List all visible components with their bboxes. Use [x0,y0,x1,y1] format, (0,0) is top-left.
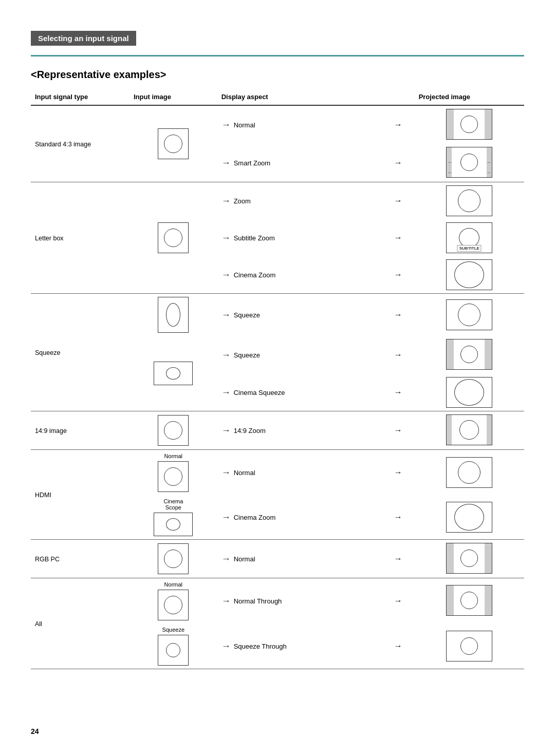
display-aspect-rgbpc: → Normal [217,540,382,578]
proj-circle-sq2 [460,346,478,363]
signal-type-all: All [31,578,130,669]
bar-right [485,109,492,139]
bar-right-rgbpc [485,543,492,573]
arrow-smartzoom-std: → [382,144,415,182]
proj-circle [460,116,478,133]
display-aspect-hdmi-cinema: → Cinema Zoom [217,495,382,540]
header-title: Selecting an input signal [38,34,129,43]
input-box-149 [158,415,189,446]
proj-box-smartzoom: ← → ← → [446,147,492,178]
circle-hdmi-normal [164,467,182,486]
proj-circle-all-normal [460,592,478,609]
display-aspect-normal-std: → Normal [217,105,382,144]
col-header-arrow-empty [382,91,415,105]
proj-circle-cinema-lb [454,261,484,288]
col-header-display: Display aspect [217,91,382,105]
arrow-all-squeeze: → [382,623,415,669]
proj-circle-149 [459,420,479,440]
display-aspect-all-normal: → Normal Through [217,578,382,624]
proj-box-all-normal [446,585,492,616]
input-box-hdmi-normal [158,461,189,492]
proj-box-hdmi-cinema [446,502,492,533]
input-image-letterbox [130,182,217,294]
proj-circle-cinema-sq [454,379,484,406]
table-row: 14:9 image → 14:9 Zoom → [31,411,524,450]
arrow-zoom-lb: → [382,182,415,220]
page: Selecting an input signal <Representativ… [0,0,555,702]
arrow-all-normal: → [382,578,415,624]
col-header-signal: Input signal type [31,91,130,105]
proj-box-rgbpc [446,543,492,574]
input-image-all-normal: Normal [130,578,217,624]
proj-circle-sz [460,154,478,171]
proj-circle-hdmi-normal [458,461,480,484]
input-box-hdmi-cinema [154,513,193,536]
arrow-squeeze2: → [382,336,415,374]
bar-right-sq2 [485,339,492,369]
input-box-all-normal [158,590,189,620]
arrow-subtitle-lb: → [382,219,415,256]
arrow-149: → [382,411,415,450]
signal-type-hdmi: HDMI [31,450,130,540]
projected-normal-std [415,105,524,144]
proj-circle-squeeze1 [458,304,480,326]
proj-circle-hdmi-cinema [454,504,484,531]
input-image-squeeze1 [130,294,217,336]
table-row: All Normal → Normal Through → [31,578,524,624]
display-aspect-zoom-lb: → Zoom [217,182,382,220]
projected-hdmi-normal [415,450,524,496]
arrow-br-sz: → [486,170,491,175]
hdmi-sub-cinema: CinemaScope [134,498,213,511]
arrow-right-sz: → [486,160,491,165]
arrow-squeeze1: → [382,294,415,336]
all-sub-normal: Normal [134,581,213,588]
circle-all-squeeze [166,643,180,657]
projected-all-squeeze [415,623,524,669]
display-aspect-subtitle-lb: → Subtitle Zoom [217,219,382,256]
circle-squeeze2 [166,367,180,380]
proj-box-hdmi-normal [446,457,492,488]
signal-type-149: 14:9 image [31,411,130,450]
projected-cinema-lb [415,256,524,294]
proj-circle-rgbpc [460,550,478,567]
circle-squeeze1 [166,303,180,327]
proj-box-cinema-lb [446,259,492,290]
display-aspect-smartzoom-std: → Smart Zoom [217,144,382,182]
proj-box-squeeze2 [446,339,492,370]
projected-subtitle-lb: SUBTITLE [415,219,524,256]
display-aspect-cinema-sq: → Cinema Squeeze [217,374,382,411]
proj-box-149 [446,414,492,445]
arrow-normal-std: → [382,105,415,144]
display-aspect-squeeze2: → Squeeze [217,336,382,374]
input-image-rgbpc [130,540,217,578]
bar-right-all-n [485,585,492,615]
all-sub-squeeze: Squeeze [134,627,213,633]
circle-all-normal [164,596,182,614]
page-number: 24 [31,727,39,735]
arrow-cinema-lb: → [382,256,415,294]
subtitle-label: SUBTITLE [457,245,482,252]
hdmi-sub-normal: Normal [134,453,213,459]
input-image-standard43 [130,105,217,182]
table-row-bottom-border [31,669,524,672]
teal-divider [31,55,524,56]
input-image-all-squeeze: Squeeze [130,623,217,669]
table-row: Standard 4:3 image → Normal → [31,105,524,144]
input-box-rgbpc [158,543,189,574]
table-row: Letter box → Zoom → [31,182,524,220]
circle-standard43 [164,135,182,153]
col-header-projected: Projected image [415,91,524,105]
projected-hdmi-cinema [415,495,524,540]
signal-type-standard43: Standard 4:3 image [31,105,130,182]
table-row: Squeeze → Squeeze → [31,294,524,336]
table-row: HDMI Normal → Normal → [31,450,524,496]
col-header-input: Input image [130,91,217,105]
projected-zoom-lb [415,182,524,220]
signal-type-squeeze: Squeeze [31,294,130,411]
proj-box-squeeze1 [446,299,492,330]
bar-right-149 [487,415,492,445]
bar-left-rgbpc [447,543,454,573]
input-image-hdmi-normal: Normal [130,450,217,496]
display-aspect-all-squeeze: → Squeeze Through [217,623,382,669]
arrow-hdmi-normal: → [382,450,415,496]
